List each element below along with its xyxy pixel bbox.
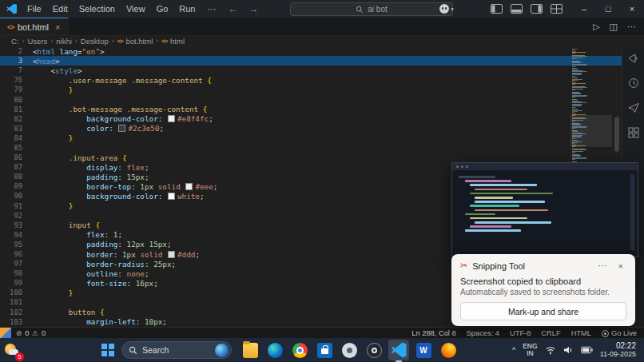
line-number: 101 xyxy=(0,298,33,306)
editor-scrollbar[interactable] xyxy=(614,117,619,152)
problems-status[interactable]: ⊘ 0 ⚠ 0 xyxy=(16,329,46,337)
code-line[interactable]: 76 .user-message .message-content { xyxy=(0,75,644,85)
more-actions-icon[interactable]: ⋯ xyxy=(627,22,636,32)
copilot-button[interactable]: ▾ xyxy=(439,4,454,14)
forward-arrow-icon[interactable]: → xyxy=(244,3,264,14)
command-center-search[interactable]: ai bot xyxy=(290,2,453,16)
firefox-icon[interactable] xyxy=(438,340,459,360)
snipping-icon[interactable] xyxy=(339,340,360,360)
tray-time: 02:22 xyxy=(600,341,636,350)
markup-share-button[interactable]: Mark-up and share xyxy=(460,302,626,320)
language-mode[interactable]: HTML xyxy=(571,329,591,337)
indentation[interactable]: Spaces: 4 xyxy=(467,329,499,337)
minimize-button[interactable]: – xyxy=(572,0,596,18)
go-live-button[interactable]: Go Live xyxy=(602,329,637,337)
hidden-icons-button[interactable]: ^ xyxy=(512,346,515,354)
taskbar-search[interactable]: Search xyxy=(121,341,232,359)
menu-file[interactable]: File xyxy=(22,0,47,18)
vscode-icon[interactable] xyxy=(388,340,409,360)
language-indicator[interactable]: ENG IN xyxy=(523,343,537,357)
line-number: 7 xyxy=(0,66,33,74)
chrome-icon[interactable] xyxy=(289,340,310,360)
extensions-icon[interactable] xyxy=(628,127,639,138)
menu-selection[interactable]: Selection xyxy=(74,0,121,18)
start-button[interactable] xyxy=(101,344,114,356)
breadcrumb-file[interactable]: bot.html xyxy=(125,37,153,46)
toggle-panel-icon[interactable] xyxy=(511,4,523,14)
code-line[interactable]: 81 .bot-message .message-content { xyxy=(0,105,644,114)
code-line[interactable]: 7 <style> xyxy=(0,66,644,75)
code-line[interactable]: 82 background-color: #e8f4fc; xyxy=(0,114,644,124)
megaphone-icon[interactable] xyxy=(628,53,639,64)
breadcrumb-nikhi[interactable]: nikhi xyxy=(56,37,72,46)
run-file-icon[interactable]: ▷ xyxy=(593,22,599,32)
breadcrumb-drive[interactable]: C: xyxy=(11,37,19,46)
history-icon[interactable] xyxy=(628,78,639,89)
remote-indicator-icon[interactable] xyxy=(0,328,11,339)
file-explorer-icon[interactable] xyxy=(240,340,260,360)
send-icon[interactable] xyxy=(628,102,639,113)
menu-edit[interactable]: Edit xyxy=(47,0,74,18)
editor-actions: ▷ ◫ ⋯ xyxy=(593,18,636,35)
tab-close-icon[interactable]: × xyxy=(55,22,60,32)
split-editor-icon[interactable]: ◫ xyxy=(610,22,618,32)
code-line[interactable]: 83 color: #2c3e50; xyxy=(0,124,644,133)
snipping-tool-toast[interactable]: ✂ Snipping Tool ⋯ × Screenshot copied to… xyxy=(451,254,635,326)
word-icon[interactable]: W xyxy=(413,340,434,360)
menu-overflow-icon[interactable]: ⋯ xyxy=(201,4,223,14)
store-icon[interactable] xyxy=(314,340,335,360)
toggle-secondary-sidebar-icon[interactable] xyxy=(531,4,543,14)
edge-icon[interactable] xyxy=(264,340,285,360)
widgets-button[interactable]: 5 xyxy=(2,340,22,360)
menu-run[interactable]: Run xyxy=(173,0,201,18)
eol-sequence[interactable]: CRLF xyxy=(541,329,560,337)
code-line[interactable]: 79 } xyxy=(0,85,644,94)
title-bar: File Edit Selection View Go Run ⋯ ← → ai… xyxy=(0,0,644,18)
line-number: 98 xyxy=(0,269,33,277)
volume-icon[interactable] xyxy=(563,345,574,355)
code-symbol-icon: <> xyxy=(161,38,167,45)
breadcrumb-symbol[interactable]: html xyxy=(170,37,185,46)
toast-close-icon[interactable]: × xyxy=(615,261,626,271)
customize-layout-icon[interactable] xyxy=(551,4,563,14)
obs-icon[interactable] xyxy=(364,340,384,360)
status-bar-right: Ln 288, Col 8 Spaces: 4 UTF-8 CRLF HTML … xyxy=(411,329,644,337)
screenshot-preview[interactable] xyxy=(451,162,638,257)
go-live-label: Go Live xyxy=(611,329,637,337)
encoding[interactable]: UTF-8 xyxy=(510,329,531,337)
breadcrumb-users[interactable]: Users xyxy=(28,37,48,46)
status-bar: ⊘ 0 ⚠ 0 Ln 288, Col 8 Spaces: 4 UTF-8 CR… xyxy=(0,327,644,339)
line-number: 91 xyxy=(0,202,33,210)
menu-go[interactable]: Go xyxy=(151,0,174,18)
line-number: 83 xyxy=(0,125,33,133)
menu-view[interactable]: View xyxy=(121,0,151,18)
line-number: 80 xyxy=(0,96,33,104)
line-number: 88 xyxy=(0,173,33,181)
chevron-down-icon: ▾ xyxy=(451,6,454,13)
code-line[interactable]: 86 .input-area { xyxy=(0,153,644,162)
warning-count: 0 xyxy=(42,329,46,337)
close-button[interactable]: × xyxy=(620,0,644,18)
minimap-slider[interactable] xyxy=(570,115,612,147)
line-number: 84 xyxy=(0,134,33,142)
battery-icon[interactable] xyxy=(581,346,593,354)
breadcrumb-desktop[interactable]: Desktop xyxy=(81,37,109,46)
region-code: IN xyxy=(523,350,537,357)
code-line[interactable]: 2<html lang="en"> xyxy=(0,46,644,56)
wifi-icon[interactable] xyxy=(545,345,556,355)
maximize-button[interactable]: □ xyxy=(596,0,620,18)
toast-more-icon[interactable]: ⋯ xyxy=(595,261,610,271)
tab-bot-html[interactable]: <> bot.html × xyxy=(0,18,69,35)
code-line[interactable]: 80 xyxy=(0,94,644,104)
back-arrow-icon[interactable]: ← xyxy=(223,3,244,14)
code-line[interactable]: 84 } xyxy=(0,133,644,143)
cursor-position[interactable]: Ln 288, Col 8 xyxy=(411,329,455,337)
search-highlight-icon xyxy=(215,344,229,357)
taskbar-clock[interactable]: 02:22 11-09-2025 xyxy=(600,341,636,359)
code-line[interactable]: 3<head> xyxy=(0,56,644,66)
toggle-sidebar-icon[interactable] xyxy=(491,4,503,14)
code-line[interactable]: 85 xyxy=(0,143,644,153)
line-number: 92 xyxy=(0,212,33,220)
tab-label: bot.html xyxy=(18,22,49,32)
line-number: 90 xyxy=(0,192,33,200)
